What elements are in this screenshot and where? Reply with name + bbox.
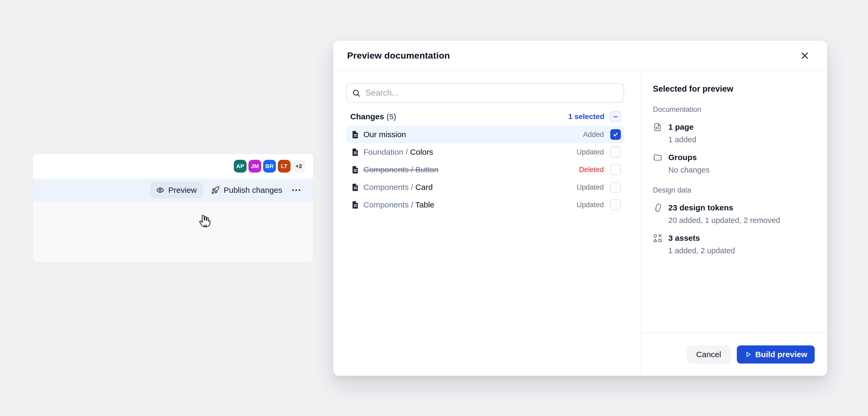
row-path-prefix: Components / <box>363 183 415 192</box>
preview-item-title: 3 assets <box>668 234 700 243</box>
search-icon <box>352 89 361 98</box>
row-checkbox[interactable] <box>610 129 621 140</box>
row-checkbox[interactable] <box>610 147 621 158</box>
change-row[interactable]: Components / Button Deleted <box>346 161 624 178</box>
row-status-badge: Updated <box>577 183 604 192</box>
row-checkbox[interactable] <box>610 164 621 175</box>
row-status-badge: Deleted <box>579 166 604 174</box>
row-path-prefix: Components / <box>363 200 415 209</box>
preview-sections: Documentation <box>653 105 814 255</box>
preview-item-subtitle: No changes <box>668 166 814 174</box>
preview-section: Design data <box>653 186 814 255</box>
preview-item-title: 1 page <box>668 123 694 132</box>
row-name: Card <box>415 183 433 192</box>
close-button[interactable] <box>798 49 812 63</box>
changes-count: (5) <box>386 112 396 121</box>
build-preview-label: Build preview <box>755 350 807 359</box>
dialog-footer: Cancel Build preview <box>641 333 827 376</box>
preview-summary: Selected for preview Documentation <box>641 71 827 333</box>
minus-icon <box>613 114 618 119</box>
more-options-button[interactable] <box>291 187 302 193</box>
background-card: AP JM BR LT +2 Preview <box>32 153 314 263</box>
preview-item-subtitle: 1 added <box>668 135 814 144</box>
publish-button-label: Publish changes <box>224 186 282 195</box>
document-icon <box>351 165 360 174</box>
build-preview-button[interactable]: Build preview <box>737 345 815 363</box>
dialog-title: Preview documentation <box>347 50 450 61</box>
avatar[interactable]: AP <box>234 160 247 173</box>
card-header: AP JM BR LT +2 <box>33 154 313 178</box>
search-input[interactable] <box>366 88 618 98</box>
preview-button-label: Preview <box>168 186 197 195</box>
assets-icon <box>653 233 662 243</box>
row-label: Components / Card <box>363 183 433 192</box>
changes-list: Our mission Added Foundation / Colors Up… <box>346 126 624 214</box>
row-name: Table <box>415 200 435 209</box>
row-status-badge: Added <box>583 131 604 139</box>
tokens-icon <box>653 203 662 212</box>
preview-item-title: 23 design tokens <box>668 203 733 212</box>
avatar-stack: AP JM BR LT <box>232 160 290 173</box>
document-icon <box>351 130 360 139</box>
row-label: Components / Button <box>363 165 438 174</box>
document-icon <box>351 183 360 192</box>
preview-documentation-dialog: Preview documentation Cha <box>333 41 827 376</box>
dialog-header: Preview documentation <box>333 41 827 71</box>
preview-item-block: 3 assets 1 added, 2 updated <box>653 233 814 255</box>
avatar[interactable]: JM <box>248 160 261 173</box>
publish-changes-button[interactable]: Publish changes <box>211 186 282 195</box>
ellipsis-icon <box>291 188 301 192</box>
preview-item-title: Groups <box>668 153 697 162</box>
preview-item-block: Groups No changes <box>653 152 814 174</box>
change-row[interactable]: Components / Table Updated <box>346 196 624 214</box>
row-label: Components / Table <box>363 200 434 209</box>
row-name: Components / Button <box>363 165 438 174</box>
row-status-badge: Updated <box>577 148 604 156</box>
avatar[interactable]: BR <box>263 160 276 173</box>
row-path-prefix: Foundation / <box>363 147 410 156</box>
preview-item-block: 1 page 1 added <box>653 122 814 144</box>
select-all-checkbox[interactable] <box>610 111 621 122</box>
cursor-pointer-icon <box>197 214 213 230</box>
document-icon <box>351 200 360 209</box>
avatar[interactable]: LT <box>278 160 290 173</box>
change-row[interactable]: Foundation / Colors Updated <box>346 143 624 161</box>
changes-title: Changes <box>350 112 384 121</box>
rocket-icon <box>211 186 220 195</box>
preview-section: Documentation <box>653 105 814 174</box>
page-icon <box>653 122 662 132</box>
row-name: Our mission <box>363 130 406 139</box>
row-name: Colors <box>410 147 433 156</box>
eye-icon <box>156 186 164 195</box>
document-icon <box>351 147 360 157</box>
row-status-badge: Updated <box>577 201 604 209</box>
selected-count-label: 1 selected <box>568 112 604 121</box>
cancel-button[interactable]: Cancel <box>687 345 731 363</box>
preview-item-block: 23 design tokens 20 added, 1 updated, 2 … <box>653 203 814 225</box>
section-items: 1 page 1 added <box>653 122 814 174</box>
preview-item-subtitle: 20 added, 1 updated, 2 removed <box>668 216 814 225</box>
row-label: Our mission <box>363 130 406 139</box>
row-checkbox[interactable] <box>610 200 621 210</box>
changes-header: Changes (5) 1 selected <box>346 110 624 123</box>
card-toolbar: Preview Publish changes <box>33 178 313 202</box>
preview-panel-title: Selected for preview <box>653 84 814 94</box>
preview-pane: Selected for preview Documentation <box>641 71 827 376</box>
changes-pane: Changes (5) 1 selected Our mission <box>333 71 641 376</box>
section-items: 23 design tokens 20 added, 1 updated, 2 … <box>653 203 814 255</box>
play-icon <box>744 351 752 358</box>
change-row[interactable]: Our mission Added <box>346 126 624 143</box>
section-label: Design data <box>653 186 814 195</box>
preview-button[interactable]: Preview <box>150 182 203 198</box>
folder-icon <box>653 152 662 162</box>
change-row[interactable]: Components / Card Updated <box>346 178 624 196</box>
close-icon <box>800 50 810 61</box>
row-label: Foundation / Colors <box>363 147 433 157</box>
avatar-overflow-chip[interactable]: +2 <box>292 160 305 173</box>
check-icon <box>612 131 619 138</box>
section-label: Documentation <box>653 105 814 114</box>
preview-item-subtitle: 1 added, 2 updated <box>668 246 814 255</box>
row-checkbox[interactable] <box>610 182 621 193</box>
search-box <box>346 83 624 103</box>
